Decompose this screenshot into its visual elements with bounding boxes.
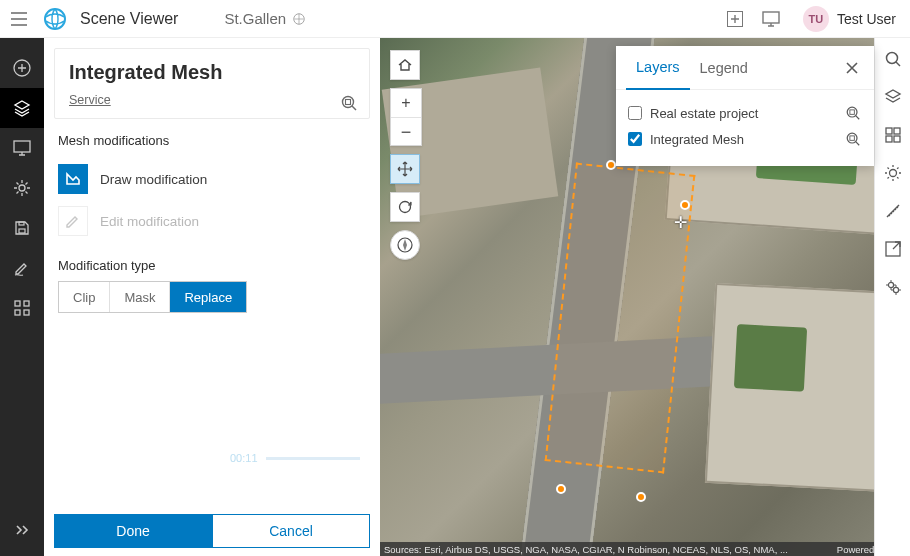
svg-point-22 [889,170,896,177]
close-icon[interactable] [840,56,864,80]
mod-type-replace[interactable]: Replace [170,282,246,312]
settings-small-icon[interactable] [882,276,904,298]
rotate-tool-icon[interactable] [390,192,420,222]
add-icon[interactable] [721,5,749,33]
svg-point-13 [343,97,354,108]
rail-expand-icon[interactable] [0,510,44,550]
cancel-button[interactable]: Cancel [212,514,370,548]
svg-rect-29 [850,136,854,140]
zoom-control: + − [390,88,422,146]
app-header: Scene Viewer St.Gallen TU Test User [0,0,910,38]
svg-point-17 [886,53,897,64]
svg-point-6 [19,185,25,191]
map-controls: + − [390,50,422,260]
zoom-out-button[interactable]: − [391,117,421,145]
right-tool-rail [874,38,910,556]
home-button-icon[interactable] [390,50,420,80]
globe-logo-icon [42,6,68,32]
service-link[interactable]: Service [69,93,111,107]
tab-layers[interactable]: Layers [626,46,690,90]
share-icon[interactable] [882,238,904,260]
layer-visibility-checkbox[interactable] [628,106,642,120]
svg-rect-5 [14,141,30,152]
tab-legend[interactable]: Legend [690,46,758,90]
mod-type-clip[interactable]: Clip [59,282,110,312]
left-nav-rail [0,38,44,556]
rail-apps-icon[interactable] [0,288,44,328]
svg-rect-18 [886,128,892,134]
svg-rect-8 [19,222,24,225]
zoom-in-button[interactable]: + [391,89,421,117]
present-icon[interactable] [757,5,785,33]
layers-icon[interactable] [882,86,904,108]
rail-present-icon[interactable] [0,128,44,168]
daylight-icon[interactable] [882,162,904,184]
svg-rect-12 [24,310,29,315]
done-button[interactable]: Done [54,514,212,548]
crosshair-cursor-icon: ✛ [674,213,687,232]
rail-settings-icon[interactable] [0,168,44,208]
basemap-icon[interactable] [882,124,904,146]
layer-label: Integrated Mesh [650,132,844,147]
svg-rect-3 [763,12,779,23]
mod-type-mask[interactable]: Mask [110,282,170,312]
pan-tool-icon[interactable] [390,154,420,184]
layer-title: Integrated Mesh [69,61,355,84]
zoom-to-layer-icon[interactable] [339,93,359,113]
attribution-sources: Sources: Esri, Airbus DS, USGS, NGA, NAS… [384,544,788,555]
svg-point-25 [893,287,898,292]
layers-panel-tabs: Layers Legend [616,46,874,90]
rail-style-icon[interactable] [0,248,44,288]
zoom-to-layer-icon[interactable] [844,104,862,122]
polygon-handle[interactable] [636,492,646,502]
svg-rect-21 [894,136,900,142]
svg-point-24 [888,282,893,287]
draw-modification-row[interactable]: Draw modification [58,158,366,200]
ghost-play-overlay: 00:11 [230,440,360,476]
section-title: Mesh modifications [58,133,366,148]
rail-layers-icon[interactable] [0,88,44,128]
user-name[interactable]: Test User [837,11,896,27]
polygon-handle[interactable] [680,200,690,210]
draw-modification-icon [58,164,88,194]
svg-point-15 [400,202,411,213]
layer-card: Integrated Mesh Service [54,48,370,119]
svg-rect-11 [15,310,20,315]
polygon-handle[interactable] [606,160,616,170]
map-attribution: Sources: Esri, Airbus DS, USGS, NGA, NAS… [380,542,910,556]
draw-modification-label: Draw modification [100,172,207,187]
mesh-modifications-section: Mesh modifications Draw modification Edi… [44,123,380,313]
measure-icon[interactable] [882,200,904,222]
search-icon[interactable] [882,48,904,70]
svg-point-26 [847,107,857,117]
svg-rect-14 [346,100,351,105]
map-greenroof [734,324,807,392]
panel-button-bar: Done Cancel [44,508,380,556]
scene-name[interactable]: St.Gallen [224,10,306,27]
svg-rect-19 [894,128,900,134]
modification-type-label: Modification type [58,258,366,273]
rail-add-icon[interactable] [0,48,44,88]
compass-icon[interactable] [390,230,420,260]
svg-rect-10 [24,301,29,306]
rail-save-icon[interactable] [0,208,44,248]
app-title: Scene Viewer [80,10,178,28]
layer-row: Integrated Mesh [628,126,862,152]
svg-point-0 [45,9,65,29]
avatar-initials: TU [809,13,824,25]
hamburger-menu-icon[interactable] [8,8,30,30]
svg-rect-27 [850,110,854,114]
ghost-time: 00:11 [230,452,258,464]
zoom-to-layer-icon[interactable] [844,130,862,148]
layers-list: Real estate project Integrated Mesh [616,90,874,166]
svg-rect-9 [15,301,20,306]
scene-name-text: St.Gallen [224,10,286,27]
polygon-handle[interactable] [556,484,566,494]
svg-point-28 [847,133,857,143]
user-avatar[interactable]: TU [803,6,829,32]
layer-visibility-checkbox[interactable] [628,132,642,146]
layer-row: Real estate project [628,100,862,126]
edit-modification-label: Edit modification [100,214,199,229]
layers-panel: Layers Legend Real estate project Integr… [616,46,874,166]
edit-modification-icon [58,206,88,236]
